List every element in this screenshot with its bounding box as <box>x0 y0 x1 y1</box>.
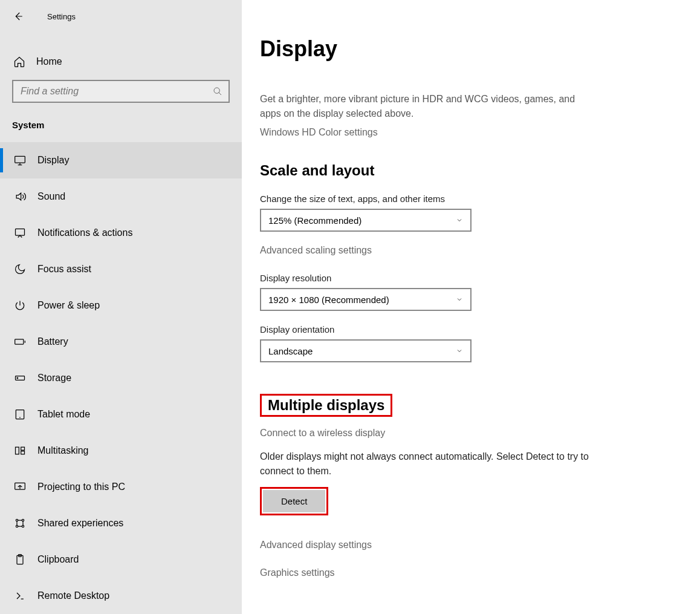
category-label: System <box>0 114 242 142</box>
notifications-icon <box>13 227 27 239</box>
nav-label: Sound <box>37 191 65 202</box>
remote-icon <box>13 590 27 602</box>
nav-label: Projecting to this PC <box>37 482 125 492</box>
detect-description: Older displays might not always connect … <box>260 449 604 478</box>
tablet-icon <box>13 408 27 420</box>
orientation-label: Display orientation <box>260 324 682 335</box>
scale-value: 125% (Recommended) <box>268 215 361 226</box>
home-icon <box>13 56 25 68</box>
nav-label: Notifications & actions <box>37 227 132 238</box>
chevron-down-icon <box>456 347 463 354</box>
scale-dropdown[interactable]: 125% (Recommended) <box>260 209 472 232</box>
nav-notifications[interactable]: Notifications & actions <box>0 215 242 251</box>
nav-remote[interactable]: Remote Desktop <box>0 578 242 614</box>
graphics-settings-link[interactable]: Graphics settings <box>260 567 682 578</box>
nav-multitask[interactable]: Multitasking <box>0 433 242 469</box>
nav-label: Clipboard <box>37 554 79 565</box>
detect-button[interactable]: Detect <box>263 490 325 512</box>
storage-icon <box>13 372 27 384</box>
nav-label: Focus assist <box>37 264 91 275</box>
nav-label: Multitasking <box>37 445 88 456</box>
multiple-displays-heading: Multiple displays <box>268 397 384 414</box>
shared-icon <box>13 517 27 529</box>
svg-point-12 <box>22 519 24 521</box>
battery-icon <box>13 336 27 348</box>
back-button[interactable] <box>12 10 24 22</box>
advanced-scaling-link[interactable]: Advanced scaling settings <box>260 245 682 256</box>
window-title: Settings <box>47 12 76 21</box>
svg-rect-7 <box>16 447 19 454</box>
nav-label: Storage <box>37 373 71 384</box>
power-icon <box>13 299 27 312</box>
back-arrow-icon <box>13 11 24 22</box>
nav-battery[interactable]: Battery <box>0 324 242 360</box>
resolution-value: 1920 × 1080 (Recommended) <box>268 295 389 305</box>
nav-shared[interactable]: Shared experiences <box>0 505 242 541</box>
nav-sound[interactable]: Sound <box>0 178 242 215</box>
nav-focus[interactable]: Focus assist <box>0 251 242 287</box>
home-label: Home <box>36 56 62 67</box>
nav-label: Battery <box>37 336 68 347</box>
advanced-display-link[interactable]: Advanced display settings <box>260 540 682 550</box>
nav-display[interactable]: Display <box>0 142 242 178</box>
svg-rect-2 <box>16 229 25 235</box>
focus-icon <box>13 263 27 275</box>
projecting-icon <box>13 481 27 493</box>
wireless-display-link[interactable]: Connect to a wireless display <box>260 428 682 439</box>
clipboard-icon <box>13 554 27 566</box>
nav-list: Display Sound Notifications & actions Fo… <box>0 142 242 614</box>
sound-icon <box>13 191 27 203</box>
nav-tablet[interactable]: Tablet mode <box>0 396 242 433</box>
resolution-label: Display resolution <box>260 273 682 283</box>
scale-heading: Scale and layout <box>260 162 682 179</box>
svg-point-0 <box>214 88 219 93</box>
svg-rect-3 <box>15 339 24 344</box>
main-content: Display Get a brighter, more vibrant pic… <box>242 0 700 614</box>
nav-label: Remote Desktop <box>37 590 109 601</box>
search-input[interactable] <box>12 80 230 103</box>
chevron-down-icon <box>456 217 463 224</box>
orientation-dropdown[interactable]: Landscape <box>260 339 472 362</box>
svg-point-14 <box>22 525 24 527</box>
sidebar: Settings Home System Display Sound <box>0 0 242 614</box>
nav-label: Tablet mode <box>37 409 90 420</box>
search-icon <box>213 87 222 96</box>
home-nav[interactable]: Home <box>0 45 242 79</box>
nav-label: Shared experiences <box>37 518 123 529</box>
intro-text: Get a brighter, more vibrant picture in … <box>260 92 598 121</box>
svg-point-13 <box>16 525 18 527</box>
display-icon <box>13 154 27 166</box>
nav-clipboard[interactable]: Clipboard <box>0 541 242 578</box>
nav-label: Power & sleep <box>37 300 100 311</box>
nav-projecting[interactable]: Projecting to this PC <box>0 469 242 505</box>
scale-label: Change the size of text, apps, and other… <box>260 194 682 204</box>
nav-power[interactable]: Power & sleep <box>0 287 242 324</box>
resolution-dropdown[interactable]: 1920 × 1080 (Recommended) <box>260 288 472 311</box>
header: Settings <box>0 5 242 28</box>
highlight-detect: Detect <box>260 487 328 515</box>
svg-rect-8 <box>21 447 25 450</box>
chevron-down-icon <box>456 296 463 303</box>
orientation-value: Landscape <box>268 346 313 356</box>
svg-rect-1 <box>15 156 25 163</box>
multitask-icon <box>13 445 27 457</box>
page-title: Display <box>260 36 682 62</box>
svg-point-5 <box>17 377 18 379</box>
search-wrap <box>0 80 242 103</box>
nav-storage[interactable]: Storage <box>0 360 242 396</box>
nav-label: Display <box>37 155 69 166</box>
svg-point-11 <box>16 519 18 521</box>
highlight-multiple-displays: Multiple displays <box>260 394 392 417</box>
svg-rect-9 <box>21 451 25 454</box>
hd-color-link[interactable]: Windows HD Color settings <box>260 127 682 138</box>
